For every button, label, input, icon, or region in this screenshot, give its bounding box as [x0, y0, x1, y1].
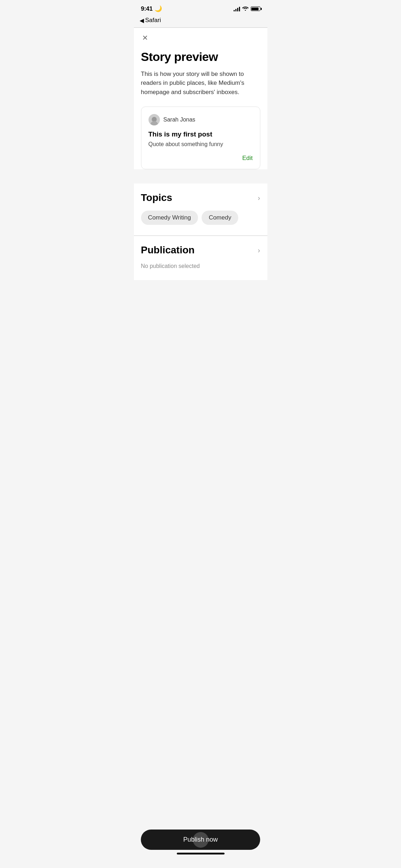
status-bar: 9:41 🌙	[134, 0, 267, 15]
topics-section: Topics › Comedy Writing Comedy	[134, 184, 267, 236]
avatar	[149, 114, 160, 125]
topics-section-row: Topics ›	[141, 184, 260, 211]
status-time: 9:41	[141, 5, 153, 12]
preview-card: Sarah Jonas This is my first post Quote …	[141, 107, 260, 169]
publication-title: Publication	[141, 244, 195, 256]
publication-chevron-icon[interactable]: ›	[258, 246, 260, 254]
page-title: Story preview	[141, 50, 260, 64]
back-label: Safari	[145, 17, 161, 24]
edit-link[interactable]: Edit	[149, 155, 253, 162]
nav-bar: ◀ Safari	[134, 15, 267, 27]
status-icons	[234, 6, 260, 12]
publication-section: Publication › No publication selected	[134, 236, 267, 280]
publication-subtitle: No publication selected	[141, 263, 260, 280]
author-row: Sarah Jonas	[149, 114, 253, 125]
post-subtitle: Quote about something funny	[149, 141, 253, 148]
topics-chevron-icon[interactable]: ›	[258, 194, 260, 202]
topics-chips: Comedy Writing Comedy	[141, 211, 260, 236]
post-title: This is my first post	[149, 130, 253, 138]
signal-icon	[234, 6, 240, 11]
publication-section-row: Publication ›	[141, 236, 260, 263]
main-content: Story preview This is how your story wil…	[134, 46, 267, 170]
back-arrow-icon: ◀	[140, 17, 144, 24]
wifi-icon	[242, 6, 249, 12]
moon-icon: 🌙	[155, 5, 162, 12]
chip-comedy-writing[interactable]: Comedy Writing	[141, 211, 198, 225]
battery-icon	[251, 6, 260, 11]
close-row: ✕	[134, 28, 267, 46]
close-button[interactable]: ✕	[141, 33, 150, 42]
author-name: Sarah Jonas	[163, 117, 196, 123]
close-icon: ✕	[142, 34, 148, 41]
chip-comedy[interactable]: Comedy	[202, 211, 238, 225]
page-description: This is how your story will be shown to …	[141, 69, 260, 97]
topics-title: Topics	[141, 192, 172, 203]
back-button[interactable]: ◀ Safari	[140, 17, 161, 24]
